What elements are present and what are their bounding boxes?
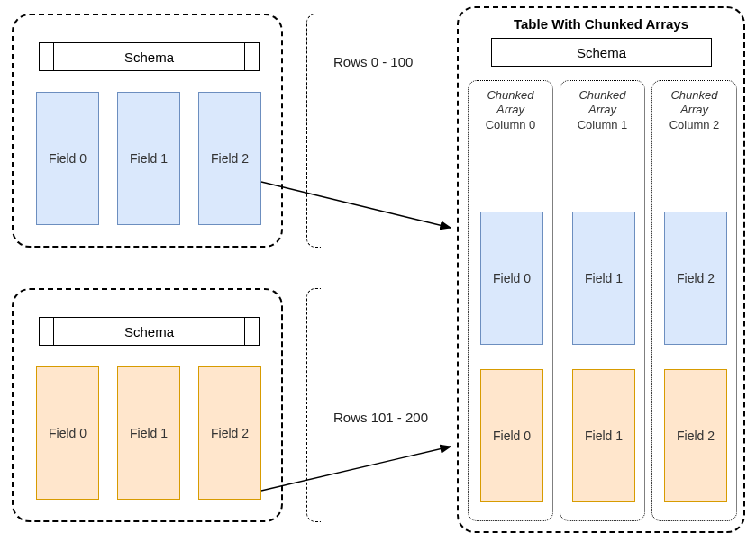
field-label: Field 1 <box>130 426 168 440</box>
table-title: Table With Chunked Arrays <box>459 16 743 32</box>
field-box: Field 1 <box>117 366 180 500</box>
chunk-top: Field 0 <box>480 212 543 345</box>
chunked-column: Chunked Array Column 1 Field 1 Field 1 <box>560 80 645 521</box>
field-label: Field 1 <box>130 151 168 166</box>
col-line3: Column 1 <box>578 118 628 131</box>
chunk-top: Field 1 <box>572 212 635 345</box>
column-header: Chunked Array Column 1 <box>560 88 644 132</box>
field-box: Field 1 <box>117 92 180 225</box>
chunked-column: Chunked Array Column 0 Field 0 Field 0 <box>468 80 553 521</box>
chunk-label: Field 0 <box>493 271 531 285</box>
chunk-label: Field 2 <box>677 271 715 285</box>
row-label-bottom: Rows 101 - 200 <box>333 410 428 425</box>
col-line3: Column 2 <box>669 118 720 131</box>
chunk-label: Field 1 <box>585 429 623 443</box>
chunk-bottom: Field 2 <box>664 369 727 502</box>
chunked-table: Table With Chunked Arrays Schema Chunked… <box>457 6 745 533</box>
arrow-top <box>261 182 451 228</box>
column-header: Chunked Array Column 2 <box>652 88 736 132</box>
col-line3: Column 0 <box>486 118 536 131</box>
col-line2: Array <box>680 103 708 116</box>
field-box: Field 2 <box>198 92 261 225</box>
arrow-bottom <box>261 447 451 491</box>
field-box: Field 2 <box>198 366 261 500</box>
row-label-top: Rows 0 - 100 <box>333 54 413 69</box>
col-line1: Chunked <box>487 88 533 102</box>
col-line2: Array <box>496 103 524 116</box>
field-label: Field 2 <box>211 151 249 166</box>
chunk-label: Field 2 <box>677 429 715 443</box>
record-batch-top: Schema Field 0 Field 1 Field 2 <box>12 14 283 248</box>
schema-label: Schema <box>124 324 174 339</box>
chunk-top: Field 2 <box>664 212 727 345</box>
row-bracket-bottom <box>306 288 321 522</box>
chunk-label: Field 0 <box>493 429 531 443</box>
field-label: Field 0 <box>49 151 87 166</box>
row-bracket-top <box>306 14 321 248</box>
column-header: Chunked Array Column 0 <box>469 88 552 132</box>
chunk-bottom: Field 0 <box>480 369 543 502</box>
schema-bar-bottom: Schema <box>39 317 260 346</box>
schema-label: Schema <box>577 45 626 60</box>
col-line1: Chunked <box>670 88 717 102</box>
schema-label: Schema <box>124 50 174 65</box>
field-box: Field 0 <box>36 366 99 500</box>
chunk-label: Field 1 <box>585 271 623 285</box>
field-label: Field 0 <box>49 426 87 440</box>
chunk-bottom: Field 1 <box>572 369 635 502</box>
field-label: Field 2 <box>211 426 249 440</box>
record-batch-bottom: Schema Field 0 Field 1 Field 2 <box>12 288 283 522</box>
col-line1: Chunked <box>578 88 625 102</box>
field-box: Field 0 <box>36 92 99 225</box>
schema-bar-table: Schema <box>491 38 712 67</box>
schema-bar-top: Schema <box>39 42 260 71</box>
col-line2: Array <box>588 103 616 116</box>
chunked-column: Chunked Array Column 2 Field 2 Field 2 <box>651 80 737 521</box>
